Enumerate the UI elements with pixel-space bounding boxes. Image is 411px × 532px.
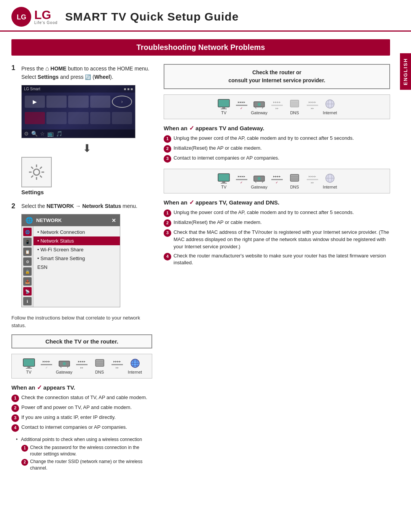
svg-rect-29 — [221, 109, 227, 109]
settings-caption: Settings — [21, 189, 152, 195]
menu-item-network-status[interactable]: • Network Status — [33, 236, 120, 245]
d-line-2: ▸▸▸▸ ✓ — [270, 174, 284, 184]
lg-logo-text: LG Life's Good — [34, 9, 57, 25]
sub-list-item-2: 2 Change the router SSID (network name) … — [21, 459, 152, 471]
node-tv-label: TV — [26, 370, 31, 374]
svg-rect-41 — [218, 174, 229, 181]
bullet-3: 3 — [11, 414, 19, 422]
follow-instructions-text: Follow the instructions below that corre… — [11, 314, 152, 329]
d-node-tv: TV — [213, 173, 234, 189]
two-column-layout: 1 Press the ⌂ HOME button to access the … — [11, 64, 390, 473]
bullet-4: 4 — [11, 424, 19, 432]
r-node-tv: TV — [213, 99, 234, 115]
list-item: 3 If you are using a static IP, enter IP… — [11, 414, 152, 422]
sub-bullet-2: 2 — [21, 459, 28, 466]
check-tv-box: Check the TV or the router. — [11, 334, 152, 348]
when-dns-heading: When an ✓ appears TV, Gateway and DNS. — [164, 199, 390, 206]
sub-heading-text: Additional points to check when using a … — [21, 436, 142, 443]
network-diagram-tv: TV ▸▸▸▸ ✓ Gatew — [11, 354, 152, 379]
left-column: 1 Press the ⌂ HOME button to access the … — [11, 64, 152, 473]
svg-rect-12 — [27, 366, 30, 368]
node-tv: TV — [18, 358, 39, 374]
lg-tagline: Life's Good — [34, 21, 57, 25]
svg-rect-27 — [218, 99, 229, 107]
list-item: 1 Check the connection status of TV, AP … — [11, 394, 152, 402]
d-node-dns-label: DNS — [290, 185, 299, 189]
sub-item-text-2: Change the router SSID (network name) or… — [30, 459, 152, 471]
list-item: 2 Power off and power on TV, AP and cabl… — [11, 404, 152, 412]
list-item: 1 Unplug the power cord of the AP, cable… — [164, 135, 390, 143]
r-node-dns-label: DNS — [290, 110, 299, 115]
node-gateway: Gateway — [54, 358, 75, 374]
r-node-gateway: Gateway — [249, 99, 270, 115]
network-diagram-gateway: TV ▸▸▸▸ ✓ Gatew — [164, 94, 390, 119]
d-node-internet-label: Internet — [323, 185, 337, 189]
svg-line-8 — [40, 176, 42, 177]
item-text: Initialize(Reset) the AP or cable medem. — [174, 145, 262, 152]
list-item: 3 Contact to internet companies or AP co… — [164, 155, 390, 163]
svg-line-9 — [40, 167, 42, 169]
svg-point-45 — [258, 177, 261, 180]
tv-icon — [22, 358, 36, 369]
d-node-dns: DNS — [284, 173, 305, 189]
menu-icon-5: 🔒 — [23, 267, 32, 276]
wheel-label: Wheel — [94, 74, 110, 80]
svg-point-31 — [258, 103, 261, 106]
item-text: Check the connection status of TV, AP an… — [21, 394, 147, 401]
close-icon[interactable]: ✕ — [112, 217, 116, 224]
bullet-g1: 1 — [164, 135, 171, 143]
gateway-icon — [57, 358, 71, 369]
svg-rect-42 — [222, 181, 225, 183]
sub-item-text-1: Check the password for the wireless conn… — [30, 444, 152, 457]
item-text: Unplug the power cord of the AP, cable m… — [174, 209, 354, 216]
when-dns-list: 1 Unplug the power cord of the AP, cable… — [164, 209, 390, 267]
checkmark-gateway-icon: ✓ — [189, 125, 194, 131]
when-gateway-list: 1 Unplug the power cord of the AP, cable… — [164, 135, 390, 163]
menu-item-network-connection[interactable]: • Network Connection — [33, 228, 120, 236]
r-line-2: ▸▸▸▸ ▸▸ — [270, 100, 284, 110]
bullet-d3: 3 — [164, 229, 171, 237]
r-tv-icon — [217, 99, 231, 109]
step-2-number: 2 — [11, 202, 18, 210]
step-2-header: 2 Select the NETWORK → Network Status me… — [11, 202, 152, 210]
r-node-tv-label: TV — [221, 110, 226, 115]
network-menu-body: 🌐 📱 📋 ⚙ 🔒 📤 📡 ℹ • Network Connection • N… — [22, 226, 120, 307]
svg-rect-11 — [23, 359, 35, 366]
item-text: Check that the MAC address of the TV/rou… — [174, 229, 390, 251]
menu-icon-7: 📡 — [23, 287, 32, 296]
menu-item-esn[interactable]: ESN — [33, 263, 120, 272]
r-node-internet: Internet — [320, 99, 341, 115]
list-item: 2 Initialize(Reset) the AP or cable mede… — [164, 219, 390, 227]
svg-point-15 — [63, 362, 66, 365]
svg-text:LG: LG — [17, 13, 26, 21]
right-column: Check the router or consult your Interne… — [164, 64, 390, 473]
r-node-internet-label: Internet — [323, 110, 337, 115]
dns-icon — [93, 358, 107, 369]
line-1: ▸▸▸▸ ✓ — [39, 359, 54, 369]
bullet-g2: 2 — [164, 145, 171, 153]
r-line-1: ▸▸▸▸ ✓ — [234, 100, 249, 110]
menu-item-wifi-share[interactable]: • Wi-Fi Screen Share — [33, 245, 120, 254]
item-text: Power off and power on TV, AP and cable … — [21, 404, 132, 411]
r-dns-icon — [288, 99, 301, 109]
node-internet: Internet — [124, 358, 145, 374]
svg-rect-18 — [96, 359, 104, 366]
network-menu-header: 🌐 NETWORK ✕ — [22, 214, 120, 226]
d-node-internet: Internet — [320, 173, 341, 189]
header: LG LG Life's Good SMART TV Quick Setup G… — [0, 0, 411, 32]
r-gateway-icon — [252, 99, 266, 109]
list-item: 3 Check that the MAC address of the TV/r… — [164, 229, 390, 251]
checkmark-dns-icon: ✓ — [189, 199, 194, 206]
section-title: Troubleshooting Network Problems — [11, 39, 390, 56]
network-menu: 🌐 NETWORK ✕ 🌐 📱 📋 ⚙ 🔒 📤 📡 — [21, 214, 120, 307]
menu-icon-4: ⚙ — [23, 257, 32, 266]
item-text: Contact to internet companies or AP comp… — [174, 155, 279, 162]
check-router-line2: consult your Internet service provider. — [228, 77, 325, 83]
node-dns-label: DNS — [95, 370, 104, 374]
r-line-3: ▸▸▸▸ ▸▸ — [305, 100, 320, 110]
menu-icon-8: ℹ — [23, 297, 32, 305]
r-internet-icon — [323, 99, 337, 109]
menu-item-smart-share[interactable]: • Smart Share Setting — [33, 254, 120, 263]
arrow-down: ⬇ — [21, 142, 152, 155]
menu-icon-3: 📋 — [23, 248, 32, 256]
